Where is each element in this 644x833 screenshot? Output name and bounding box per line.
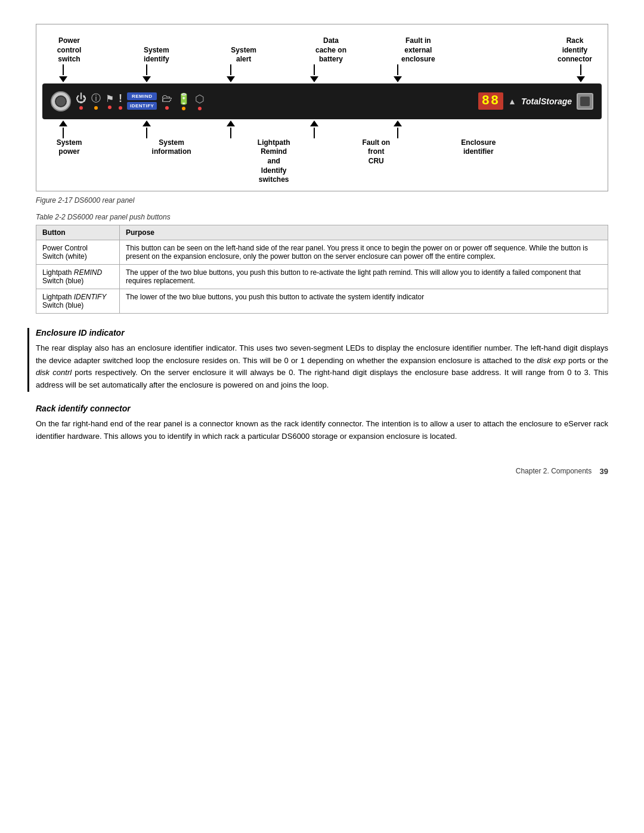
warning-box-icon: ⬡ xyxy=(195,92,205,106)
enclosure-id-section: Enclosure ID indicator The rear display … xyxy=(36,328,608,392)
triangle-indicator: ▲ xyxy=(508,97,516,106)
connector-inner xyxy=(580,97,590,106)
purpose-cell-2: The upper of the two blue buttons, you p… xyxy=(120,264,608,289)
change-bar xyxy=(27,328,29,392)
enclosure-id-heading: Enclosure ID indicator xyxy=(36,328,608,337)
label-enclosure-identifier: Enclosureidentifier xyxy=(457,138,499,157)
top-labels: Powercontrolswitch Systemidentify System… xyxy=(42,36,602,64)
arrow-data-cache xyxy=(310,64,318,82)
figure-caption: Figure 2-17 DS6000 rear panel xyxy=(36,196,608,205)
info-circle-icon: ⓘ xyxy=(91,92,101,105)
enclosure-id-text: The rear display also has an enclosure i… xyxy=(36,342,608,392)
power-symbol-icon: ⏻ xyxy=(76,92,86,105)
col-purpose: Purpose xyxy=(120,225,608,240)
sys-id-led xyxy=(94,106,98,110)
rack-identify-heading: Rack identify connector xyxy=(36,404,608,413)
arrow-up-sys-power xyxy=(59,120,67,138)
exclamation-icon: ! xyxy=(119,92,122,105)
rack-identify-section: Rack identify connector On the far right… xyxy=(36,404,608,443)
arrows-down xyxy=(42,64,602,82)
arrows-up xyxy=(42,120,602,138)
arrow-fault-ext xyxy=(394,64,402,82)
remind-identify-block: REMIND IDENTIFY xyxy=(127,92,157,110)
arrow-sys-id xyxy=(143,64,151,82)
seven-seg-display: 88 xyxy=(478,92,503,110)
identify-button[interactable]: IDENTIFY xyxy=(127,102,157,110)
table-row: Power ControlSwitch (white) This button … xyxy=(36,240,608,264)
label-system-information: Systeminformation xyxy=(151,138,193,157)
system-power-group: ⏻ xyxy=(76,92,86,110)
label-system-alert: Systemalert xyxy=(223,46,265,64)
data-cache-group: 🔋 xyxy=(177,92,190,110)
label-rack-identify: Rackidentifyconnector xyxy=(554,36,596,64)
col-button: Button xyxy=(36,225,120,240)
rack-identify-text: On the far right-hand end of the rear pa… xyxy=(36,418,608,443)
page-footer: Chapter 2. Components 39 xyxy=(36,467,608,476)
arrow-up-fault-front xyxy=(310,120,318,138)
table-caption: Table 2-2 DS6000 rear panel push buttons xyxy=(36,213,608,221)
label-data-cache-battery: Datacache onbattery xyxy=(310,36,352,64)
remind-button[interactable]: REMIND xyxy=(127,92,157,100)
alert-flag-icon: ⚑ xyxy=(106,93,114,104)
page-content: Powercontrolswitch Systemidentify System… xyxy=(36,24,608,476)
excl-led xyxy=(119,106,122,110)
table-row: Lightpath IDENTIFYSwitch (blue) The lowe… xyxy=(36,289,608,313)
label-fault-front-cru: Fault onfrontCRU xyxy=(355,138,397,166)
fault-ext-led xyxy=(198,107,202,110)
power-button-inner xyxy=(55,95,67,107)
total-storage-logo: TotalStorage xyxy=(521,97,572,106)
fault-ext-group: ⬡ xyxy=(195,92,205,110)
button-cell-2: Lightpath REMINDSwitch (blue) xyxy=(36,264,120,289)
data-table: Button Purpose Power ControlSwitch (whit… xyxy=(36,225,608,314)
label-system-power: Systempower xyxy=(48,138,90,157)
sys-alert-led xyxy=(108,106,112,109)
label-system-identify: Systemidentify xyxy=(135,46,177,64)
arrow-sys-alert xyxy=(227,64,235,82)
bottom-labels: Systempower Systeminformation LightpathR… xyxy=(42,138,602,185)
label-power-control-switch: Powercontrolswitch xyxy=(48,36,90,64)
label-fault-external: Fault inexternalenclosure xyxy=(397,36,439,64)
battery-icon: 🔋 xyxy=(177,92,190,106)
exclamation-group: ! xyxy=(119,92,122,110)
cache-led xyxy=(182,107,185,110)
purpose-cell-3: The lower of the two blue buttons, you p… xyxy=(120,289,608,313)
arrow-up-enclosure xyxy=(394,120,402,138)
diagram-container: Powercontrolswitch Systemidentify System… xyxy=(36,24,608,191)
arrow-power xyxy=(59,64,67,82)
fault-front-group: 🗁 xyxy=(162,92,172,110)
folder-icon: 🗁 xyxy=(162,92,172,105)
system-alert-group: ⚑ xyxy=(106,93,114,109)
arrow-up-sys-info xyxy=(143,120,151,138)
arrow-rack xyxy=(577,64,585,82)
system-identify-group: ⓘ xyxy=(91,92,101,110)
chapter-label: Chapter 2. Components xyxy=(516,467,592,475)
fault-front-led xyxy=(165,106,169,110)
table-row: Lightpath REMINDSwitch (blue) The upper … xyxy=(36,264,608,289)
purpose-cell-1: This button can be seen on the left-hand… xyxy=(120,240,608,264)
page-number: 39 xyxy=(600,467,608,476)
arrow-up-lightpath xyxy=(227,120,235,138)
rack-connector xyxy=(577,93,593,110)
power-led xyxy=(79,106,83,110)
button-cell-1: Power ControlSwitch (white) xyxy=(36,240,120,264)
button-cell-3: Lightpath IDENTIFYSwitch (blue) xyxy=(36,289,120,313)
power-button[interactable] xyxy=(51,91,71,112)
label-lightpath-remind: LightpathRemindandIdentifyswitches xyxy=(253,138,295,185)
panel-bar: ⏻ ⓘ ⚑ ! REMIND IDENTIFY xyxy=(42,83,602,119)
table-header-row: Button Purpose xyxy=(36,225,608,240)
